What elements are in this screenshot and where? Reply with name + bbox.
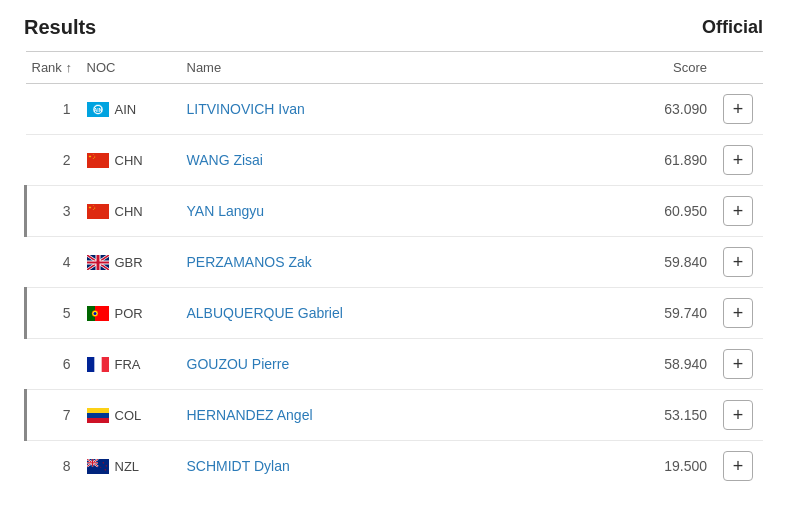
expand-button[interactable]: + [723, 349, 753, 379]
rank-cell: 7 [26, 390, 81, 441]
col-rank: Rank ↑ [26, 52, 81, 84]
noc-cell: FRA [81, 339, 181, 390]
noc-code: CHN [115, 153, 143, 168]
svg-rect-4 [87, 153, 109, 168]
athlete-name: LITVINOVICH Ivan [181, 84, 583, 135]
col-score: Score [582, 52, 713, 84]
athlete-name: GOUZOU Pierre [181, 339, 583, 390]
noc-code: POR [115, 306, 143, 321]
svg-text:AIN: AIN [93, 107, 102, 113]
svg-rect-31 [87, 357, 94, 372]
athlete-name: YAN Langyu [181, 186, 583, 237]
noc-code: GBR [115, 255, 143, 270]
noc-cell: ✦ ✦ ✦ ✦ NZL [81, 441, 181, 492]
score-cell: 59.840 [582, 237, 713, 288]
expand-button[interactable]: + [723, 400, 753, 430]
svg-rect-34 [87, 408, 109, 413]
rank-cell: 1 [26, 84, 81, 135]
rank-cell: 2 [26, 135, 81, 186]
noc-cell: POR [81, 288, 181, 339]
expand-button[interactable]: + [723, 451, 753, 481]
rank-cell: 8 [26, 441, 81, 492]
expand-button[interactable]: + [723, 145, 753, 175]
svg-text:✦: ✦ [104, 468, 107, 472]
noc-code: FRA [115, 357, 141, 372]
score-cell: 19.500 [582, 441, 713, 492]
plus-col-td: + [713, 441, 763, 492]
page-title: Results [24, 16, 96, 39]
official-label: Official [702, 17, 763, 38]
athlete-name: PERZAMANOS Zak [181, 237, 583, 288]
table-row: 4 GBRPERZAMANOS Zak59.840+ [26, 237, 764, 288]
svg-point-28 [93, 312, 96, 315]
athlete-name: WANG Zisai [181, 135, 583, 186]
expand-button[interactable]: + [723, 247, 753, 277]
main-container: Results Official Rank ↑ NOC Name Score 1… [0, 0, 787, 507]
score-cell: 63.090 [582, 84, 713, 135]
col-plus [713, 52, 763, 84]
athlete-name: HERNANDEZ Angel [181, 390, 583, 441]
plus-col-td: + [713, 288, 763, 339]
col-noc: NOC [81, 52, 181, 84]
table-row: 5 PORALBUQUERQUE Gabriel59.740+ [26, 288, 764, 339]
expand-button[interactable]: + [723, 94, 753, 124]
plus-col-td: + [713, 135, 763, 186]
table-row: 7 COLHERNANDEZ Angel53.150+ [26, 390, 764, 441]
rank-cell: 3 [26, 186, 81, 237]
table-body: 1 AIN AINLITVINOVICH Ivan63.090+2 CHNWAN… [26, 84, 764, 492]
expand-button[interactable]: + [723, 298, 753, 328]
plus-col-td: + [713, 237, 763, 288]
noc-cell: COL [81, 390, 181, 441]
table-header: Rank ↑ NOC Name Score [26, 52, 764, 84]
table-row: 8 ✦ ✦ ✦ ✦ NZLSCHMIDT Dylan19.500+ [26, 441, 764, 492]
athlete-name: SCHMIDT Dylan [181, 441, 583, 492]
score-cell: 58.940 [582, 339, 713, 390]
expand-button[interactable]: + [723, 196, 753, 226]
table-row: 6 FRAGOUZOU Pierre58.940+ [26, 339, 764, 390]
plus-col-td: + [713, 84, 763, 135]
noc-cell: CHN [81, 186, 181, 237]
noc-cell: CHN [81, 135, 181, 186]
svg-rect-24 [96, 255, 99, 270]
score-cell: 61.890 [582, 135, 713, 186]
noc-code: COL [115, 408, 142, 423]
rank-cell: 5 [26, 288, 81, 339]
plus-col-td: + [713, 186, 763, 237]
svg-rect-44 [92, 459, 93, 467]
table-row: 1 AIN AINLITVINOVICH Ivan63.090+ [26, 84, 764, 135]
noc-cell: GBR [81, 237, 181, 288]
table-row: 2 CHNWANG Zisai61.890+ [26, 135, 764, 186]
noc-code: AIN [115, 102, 137, 117]
athlete-name: ALBUQUERQUE Gabriel [181, 288, 583, 339]
noc-code: CHN [115, 204, 143, 219]
score-cell: 53.150 [582, 390, 713, 441]
rank-cell: 4 [26, 237, 81, 288]
score-cell: 59.740 [582, 288, 713, 339]
results-table: Rank ↑ NOC Name Score 1 AIN AINLITVINOVI… [24, 51, 763, 491]
svg-rect-10 [87, 204, 109, 219]
noc-cell: AIN AIN [81, 84, 181, 135]
plus-col-td: + [713, 339, 763, 390]
col-name: Name [181, 52, 583, 84]
score-cell: 60.950 [582, 186, 713, 237]
rank-cell: 6 [26, 339, 81, 390]
table-row: 3 CHNYAN Langyu60.950+ [26, 186, 764, 237]
noc-code: NZL [115, 459, 140, 474]
plus-col-td: + [713, 390, 763, 441]
header: Results Official [24, 16, 763, 39]
